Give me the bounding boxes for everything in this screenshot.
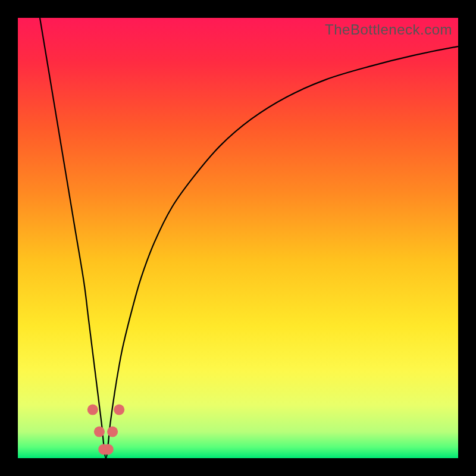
- curve-marker: [103, 444, 114, 455]
- curve-marker: [114, 405, 124, 415]
- curve-markers: [87, 405, 124, 455]
- chart-frame: TheBottleneck.com: [0, 0, 476, 476]
- watermark-text: TheBottleneck.com: [325, 21, 452, 38]
- curve-line: [40, 18, 458, 458]
- curve-marker: [94, 427, 105, 437]
- bottleneck-curve: [18, 18, 458, 458]
- curve-marker: [87, 405, 98, 415]
- curve-marker: [107, 427, 118, 437]
- plot-area: TheBottleneck.com: [18, 18, 458, 458]
